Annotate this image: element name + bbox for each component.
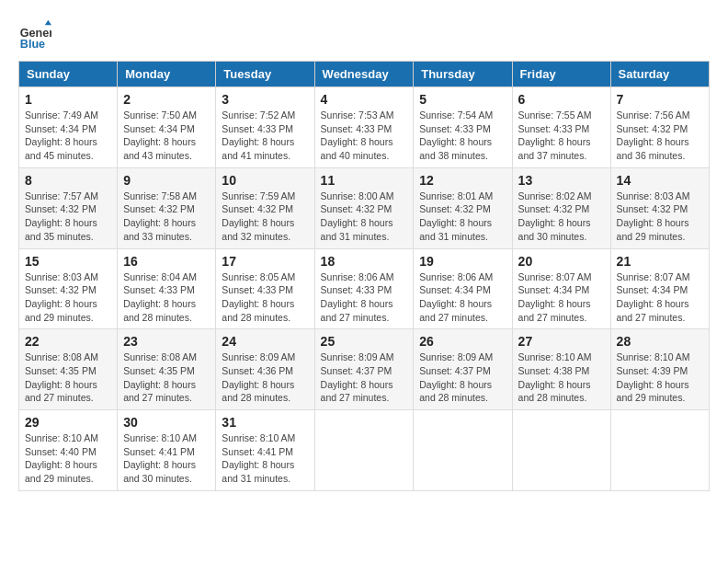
calendar-cell: 31 Sunrise: 8:10 AMSunset: 4:41 PMDaylig… bbox=[216, 410, 314, 491]
calendar-cell: 1 Sunrise: 7:49 AMSunset: 4:34 PMDayligh… bbox=[19, 87, 118, 168]
calendar-cell: 16 Sunrise: 8:04 AMSunset: 4:33 PMDaylig… bbox=[118, 248, 216, 329]
day-info: Sunrise: 8:07 AMSunset: 4:34 PMDaylight:… bbox=[617, 270, 703, 325]
calendar-cell: 7 Sunrise: 7:56 AMSunset: 4:32 PMDayligh… bbox=[610, 87, 709, 168]
calendar-header-row: SundayMondayTuesdayWednesdayThursdayFrid… bbox=[19, 62, 710, 87]
calendar-cell: 6 Sunrise: 7:55 AMSunset: 4:33 PMDayligh… bbox=[512, 87, 610, 168]
day-info: Sunrise: 8:06 AMSunset: 4:33 PMDaylight:… bbox=[321, 270, 408, 325]
day-number: 3 bbox=[222, 92, 308, 107]
day-info: Sunrise: 8:09 AMSunset: 4:37 PMDaylight:… bbox=[321, 350, 408, 405]
day-number: 16 bbox=[123, 254, 210, 269]
day-info: Sunrise: 7:55 AMSunset: 4:33 PMDaylight:… bbox=[518, 109, 605, 163]
day-header-monday: Monday bbox=[118, 62, 216, 87]
day-header-tuesday: Tuesday bbox=[216, 62, 314, 87]
calendar-week-4: 22 Sunrise: 8:08 AMSunset: 4:35 PMDaylig… bbox=[19, 329, 710, 410]
calendar-cell: 5 Sunrise: 7:54 AMSunset: 4:33 PMDayligh… bbox=[414, 87, 512, 168]
day-info: Sunrise: 7:59 AMSunset: 4:32 PMDaylight:… bbox=[222, 190, 308, 244]
day-header-thursday: Thursday bbox=[414, 62, 512, 87]
page-header: General Blue bbox=[18, 18, 710, 52]
day-number: 6 bbox=[518, 92, 605, 107]
svg-text:Blue: Blue bbox=[20, 38, 45, 51]
day-number: 22 bbox=[25, 334, 111, 349]
calendar-cell: 18 Sunrise: 8:06 AMSunset: 4:33 PMDaylig… bbox=[314, 248, 414, 329]
day-number: 11 bbox=[321, 173, 408, 188]
day-info: Sunrise: 8:07 AMSunset: 4:34 PMDaylight:… bbox=[518, 270, 605, 325]
day-number: 17 bbox=[222, 254, 308, 269]
day-info: Sunrise: 7:52 AMSunset: 4:33 PMDaylight:… bbox=[222, 109, 308, 163]
day-info: Sunrise: 8:02 AMSunset: 4:32 PMDaylight:… bbox=[518, 190, 605, 244]
calendar-cell: 27 Sunrise: 8:10 AMSunset: 4:38 PMDaylig… bbox=[512, 329, 610, 410]
day-number: 27 bbox=[518, 334, 605, 349]
day-number: 31 bbox=[222, 415, 308, 430]
logo-icon: General Blue bbox=[18, 18, 51, 52]
day-info: Sunrise: 8:10 AMSunset: 4:40 PMDaylight:… bbox=[25, 431, 111, 486]
day-info: Sunrise: 8:08 AMSunset: 4:35 PMDaylight:… bbox=[25, 350, 111, 405]
day-info: Sunrise: 8:10 AMSunset: 4:41 PMDaylight:… bbox=[123, 431, 210, 486]
day-info: Sunrise: 7:53 AMSunset: 4:33 PMDaylight:… bbox=[321, 109, 408, 163]
day-number: 26 bbox=[419, 334, 506, 349]
day-number: 30 bbox=[123, 415, 210, 430]
calendar-cell: 3 Sunrise: 7:52 AMSunset: 4:33 PMDayligh… bbox=[216, 87, 314, 168]
day-info: Sunrise: 8:03 AMSunset: 4:32 PMDaylight:… bbox=[617, 190, 703, 244]
day-info: Sunrise: 7:50 AMSunset: 4:34 PMDaylight:… bbox=[123, 109, 210, 163]
calendar-cell: 11 Sunrise: 8:00 AMSunset: 4:32 PMDaylig… bbox=[314, 167, 414, 248]
day-header-sunday: Sunday bbox=[19, 62, 118, 87]
calendar-cell: 22 Sunrise: 8:08 AMSunset: 4:35 PMDaylig… bbox=[19, 329, 118, 410]
day-info: Sunrise: 8:10 AMSunset: 4:38 PMDaylight:… bbox=[518, 350, 605, 405]
day-number: 12 bbox=[419, 173, 506, 188]
day-number: 10 bbox=[222, 173, 308, 188]
logo: General Blue bbox=[18, 18, 55, 52]
calendar-week-2: 8 Sunrise: 7:57 AMSunset: 4:32 PMDayligh… bbox=[19, 167, 710, 248]
day-number: 24 bbox=[222, 334, 308, 349]
calendar-cell: 14 Sunrise: 8:03 AMSunset: 4:32 PMDaylig… bbox=[610, 167, 709, 248]
day-info: Sunrise: 8:04 AMSunset: 4:33 PMDaylight:… bbox=[123, 270, 210, 325]
calendar-cell bbox=[314, 410, 414, 491]
day-number: 20 bbox=[518, 254, 605, 269]
day-header-wednesday: Wednesday bbox=[314, 62, 414, 87]
day-info: Sunrise: 7:54 AMSunset: 4:33 PMDaylight:… bbox=[419, 109, 506, 163]
day-info: Sunrise: 8:09 AMSunset: 4:36 PMDaylight:… bbox=[222, 350, 308, 405]
day-info: Sunrise: 7:56 AMSunset: 4:32 PMDaylight:… bbox=[617, 109, 703, 163]
day-number: 14 bbox=[617, 173, 703, 188]
calendar-cell: 26 Sunrise: 8:09 AMSunset: 4:37 PMDaylig… bbox=[414, 329, 512, 410]
calendar-cell: 29 Sunrise: 8:10 AMSunset: 4:40 PMDaylig… bbox=[19, 410, 118, 491]
calendar-week-3: 15 Sunrise: 8:03 AMSunset: 4:32 PMDaylig… bbox=[19, 248, 710, 329]
svg-marker-2 bbox=[45, 20, 51, 25]
day-info: Sunrise: 7:49 AMSunset: 4:34 PMDaylight:… bbox=[25, 109, 111, 163]
day-number: 18 bbox=[321, 254, 408, 269]
calendar-cell: 23 Sunrise: 8:08 AMSunset: 4:35 PMDaylig… bbox=[118, 329, 216, 410]
calendar-cell: 28 Sunrise: 8:10 AMSunset: 4:39 PMDaylig… bbox=[610, 329, 709, 410]
calendar-cell: 9 Sunrise: 7:58 AMSunset: 4:32 PMDayligh… bbox=[118, 167, 216, 248]
calendar-cell: 10 Sunrise: 7:59 AMSunset: 4:32 PMDaylig… bbox=[216, 167, 314, 248]
calendar-cell: 2 Sunrise: 7:50 AMSunset: 4:34 PMDayligh… bbox=[118, 87, 216, 168]
calendar-cell bbox=[414, 410, 512, 491]
calendar-cell: 20 Sunrise: 8:07 AMSunset: 4:34 PMDaylig… bbox=[512, 248, 610, 329]
day-number: 7 bbox=[617, 92, 703, 107]
day-info: Sunrise: 8:06 AMSunset: 4:34 PMDaylight:… bbox=[419, 270, 506, 325]
day-number: 5 bbox=[419, 92, 506, 107]
calendar-cell: 19 Sunrise: 8:06 AMSunset: 4:34 PMDaylig… bbox=[414, 248, 512, 329]
day-number: 25 bbox=[321, 334, 408, 349]
calendar-cell: 13 Sunrise: 8:02 AMSunset: 4:32 PMDaylig… bbox=[512, 167, 610, 248]
day-number: 4 bbox=[321, 92, 408, 107]
day-info: Sunrise: 8:01 AMSunset: 4:32 PMDaylight:… bbox=[419, 190, 506, 244]
day-info: Sunrise: 8:00 AMSunset: 4:32 PMDaylight:… bbox=[321, 190, 408, 244]
day-info: Sunrise: 8:05 AMSunset: 4:33 PMDaylight:… bbox=[222, 270, 308, 325]
day-number: 15 bbox=[25, 254, 111, 269]
calendar-body: 1 Sunrise: 7:49 AMSunset: 4:34 PMDayligh… bbox=[19, 87, 710, 491]
day-info: Sunrise: 8:09 AMSunset: 4:37 PMDaylight:… bbox=[419, 350, 506, 405]
day-header-friday: Friday bbox=[512, 62, 610, 87]
day-info: Sunrise: 8:08 AMSunset: 4:35 PMDaylight:… bbox=[123, 350, 210, 405]
day-number: 29 bbox=[25, 415, 111, 430]
calendar-cell: 12 Sunrise: 8:01 AMSunset: 4:32 PMDaylig… bbox=[414, 167, 512, 248]
calendar-cell bbox=[512, 410, 610, 491]
day-info: Sunrise: 7:58 AMSunset: 4:32 PMDaylight:… bbox=[123, 190, 210, 244]
calendar-cell: 24 Sunrise: 8:09 AMSunset: 4:36 PMDaylig… bbox=[216, 329, 314, 410]
calendar-cell bbox=[610, 410, 709, 491]
day-number: 1 bbox=[25, 92, 111, 107]
day-info: Sunrise: 8:03 AMSunset: 4:32 PMDaylight:… bbox=[25, 270, 111, 325]
day-number: 13 bbox=[518, 173, 605, 188]
calendar-cell: 25 Sunrise: 8:09 AMSunset: 4:37 PMDaylig… bbox=[314, 329, 414, 410]
day-number: 8 bbox=[25, 173, 111, 188]
calendar-cell: 17 Sunrise: 8:05 AMSunset: 4:33 PMDaylig… bbox=[216, 248, 314, 329]
day-number: 2 bbox=[123, 92, 210, 107]
